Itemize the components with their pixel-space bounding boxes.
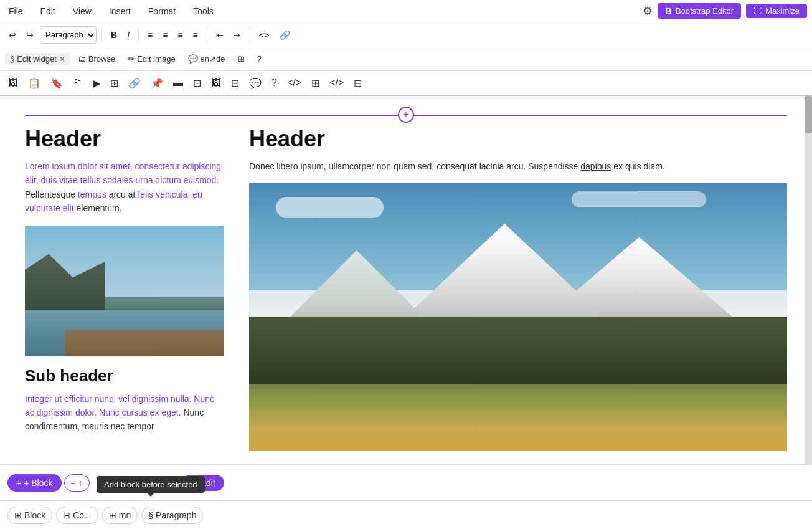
browse-label: Browse bbox=[88, 54, 115, 64]
move-down-button[interactable]: ↓ bbox=[115, 473, 135, 493]
separator-2 bbox=[138, 28, 139, 42]
code-button[interactable]: <> bbox=[255, 27, 273, 42]
paragraph-label: Paragraph bbox=[156, 510, 196, 520]
paragraph-button[interactable]: § Paragraph bbox=[141, 507, 203, 524]
insert-grid-btn[interactable]: ⊞ bbox=[107, 75, 121, 91]
add-block-line: + bbox=[25, 108, 787, 121]
help-icon: ? bbox=[257, 54, 262, 64]
lorem-purple-3: tempus bbox=[78, 189, 106, 199]
widget-close-icon[interactable]: ✕ bbox=[59, 55, 65, 64]
gear-button[interactable]: ⚙ bbox=[643, 4, 653, 18]
right-header: Header bbox=[249, 126, 787, 152]
delete-button[interactable]: ✕ bbox=[159, 473, 179, 493]
mn-icon: ⊞ bbox=[109, 510, 116, 520]
insert-comment-btn[interactable]: 💬 bbox=[246, 75, 265, 91]
add-block-button[interactable]: + + Block bbox=[7, 474, 62, 492]
insert-image-btn[interactable]: 🖼 bbox=[5, 75, 21, 90]
align-left-button[interactable]: ≡ bbox=[144, 27, 156, 42]
insert-shortcode-btn[interactable]: </> bbox=[326, 75, 347, 90]
browse-button[interactable]: 🗂 Browse bbox=[73, 52, 120, 66]
translate-label: en↗de bbox=[201, 54, 225, 64]
section-symbol: § bbox=[148, 510, 153, 520]
scrollbar-thumb[interactable] bbox=[805, 96, 812, 133]
editor-content: + Header Lorem ipsum dolor sit amet, con… bbox=[0, 96, 812, 464]
align-justify-button[interactable]: ≡ bbox=[189, 27, 202, 42]
insert-bookmark-btn[interactable]: 🔖 bbox=[47, 75, 66, 91]
menu-format[interactable]: Format bbox=[144, 4, 179, 19]
insert-pin-btn[interactable]: 📌 bbox=[148, 75, 166, 91]
paragraph-select[interactable]: Paragraph bbox=[40, 26, 97, 44]
right-desc: Donec libero ipsum, ullamcorper non quam… bbox=[249, 160, 787, 173]
move-up-button[interactable]: ↑ bbox=[137, 473, 157, 493]
widget-name: Edit widget bbox=[17, 54, 57, 64]
mn-button[interactable]: ⊞ mn bbox=[102, 507, 138, 524]
menu-edit[interactable]: Edit bbox=[37, 4, 59, 19]
undo-button[interactable]: ↩ bbox=[5, 27, 20, 42]
insert-rule-btn[interactable]: ▬ bbox=[170, 75, 186, 90]
insert-table-btn[interactable]: 📋 bbox=[25, 75, 44, 91]
sub-text: Integer ut efficitur nunc, vel dignissim… bbox=[25, 392, 224, 434]
scrollbar[interactable] bbox=[805, 96, 812, 464]
star-button[interactable]: ☆ bbox=[92, 473, 112, 493]
cloud-1 bbox=[276, 197, 384, 218]
bootstrap-editor-button[interactable]: B Bootstrap Editor bbox=[658, 3, 741, 19]
grid-icon: ⊞ bbox=[14, 510, 22, 520]
insert-gallery-btn[interactable]: 🖼 bbox=[208, 75, 224, 90]
add-before-button[interactable]: + ↑ bbox=[64, 474, 90, 492]
menu-view[interactable]: View bbox=[69, 4, 95, 19]
col-button[interactable]: ⊟ Co... bbox=[56, 507, 98, 524]
insert-toolbar: 🖼 📋 🔖 🏳 ▶ ⊞ 🔗 📌 ▬ ⊡ 🖼 ⊟ 💬 ? </> ⊞ </> ⊟ bbox=[0, 71, 812, 96]
maximize-icon: ⛶ bbox=[753, 6, 762, 16]
col-label: Co... bbox=[73, 510, 92, 520]
edit-pencil-icon: ✏ bbox=[191, 478, 198, 488]
block-label: + Block bbox=[24, 478, 52, 488]
link-button[interactable]: 🔗 bbox=[276, 27, 294, 42]
mountain-base bbox=[249, 317, 787, 384]
outdent-button[interactable]: ⇤ bbox=[212, 27, 227, 42]
insert-minus-btn[interactable]: ⊟ bbox=[228, 75, 242, 91]
help-button[interactable]: ? bbox=[252, 52, 267, 66]
insert-columns-btn[interactable]: ⊟ bbox=[351, 75, 365, 91]
redo-button[interactable]: ↪ bbox=[22, 27, 37, 42]
insert-media-btn[interactable]: ▶ bbox=[90, 75, 103, 91]
insert-faq-btn[interactable]: ? bbox=[268, 75, 280, 90]
bootstrap-icon: B bbox=[665, 6, 672, 16]
menu-file[interactable]: File bbox=[5, 4, 27, 19]
translate-button[interactable]: 💬 en↗de bbox=[183, 52, 230, 66]
edit-button[interactable]: ✏ Edit bbox=[182, 475, 224, 491]
lorem-black-1: Pellentesque bbox=[25, 189, 78, 199]
beach bbox=[65, 330, 224, 356]
maximize-button[interactable]: ⛶ Maximize bbox=[746, 4, 807, 18]
add-block-circle-button[interactable]: + bbox=[398, 107, 414, 123]
insert-widget-btn[interactable]: ⊞ bbox=[308, 75, 323, 91]
indent-button[interactable]: ⇥ bbox=[230, 27, 245, 42]
accessibility-icon: ⊞ bbox=[238, 54, 245, 64]
separator-1 bbox=[102, 28, 102, 42]
lorem-black-2: arcu at bbox=[106, 189, 138, 199]
content-columns: Header Lorem ipsum dolor sit amet, conse… bbox=[25, 126, 787, 464]
lorem-black-3: elementum. bbox=[74, 203, 122, 213]
edit-image-button[interactable]: ✏ Edit image bbox=[123, 52, 180, 66]
left-image bbox=[25, 226, 224, 356]
sub-header: Sub header bbox=[25, 366, 224, 386]
insert-code-btn[interactable]: </> bbox=[284, 75, 304, 90]
right-column: Header Donec libero ipsum, ullamcorper n… bbox=[249, 126, 787, 464]
lorem-underline: urna dictum bbox=[135, 175, 181, 185]
align-center-button[interactable]: ≡ bbox=[159, 27, 171, 42]
widget-toolbar: § Edit widget ✕ 🗂 Browse ✏ Edit image 💬 … bbox=[0, 47, 812, 71]
insert-flag-btn[interactable]: 🏳 bbox=[70, 75, 86, 90]
menu-insert[interactable]: Insert bbox=[105, 4, 135, 19]
italic-button[interactable]: I bbox=[123, 27, 133, 42]
star-icon: ☆ bbox=[98, 477, 106, 488]
align-right-button[interactable]: ≡ bbox=[174, 27, 186, 42]
accessibility-button[interactable]: ⊞ bbox=[233, 52, 250, 66]
add-before-icon: + bbox=[71, 478, 76, 488]
insert-box-btn[interactable]: ⊡ bbox=[190, 75, 204, 91]
left-lorem-text: Lorem ipsum dolor sit amet, consectetur … bbox=[25, 160, 224, 216]
browse-icon: 🗂 bbox=[78, 54, 86, 64]
left-header: Header bbox=[25, 126, 224, 152]
menu-tools[interactable]: Tools bbox=[189, 4, 217, 19]
bold-button[interactable]: B bbox=[107, 27, 121, 42]
insert-link-btn[interactable]: 🔗 bbox=[125, 75, 144, 91]
block-type-grid-button[interactable]: ⊞ Block bbox=[7, 507, 52, 524]
